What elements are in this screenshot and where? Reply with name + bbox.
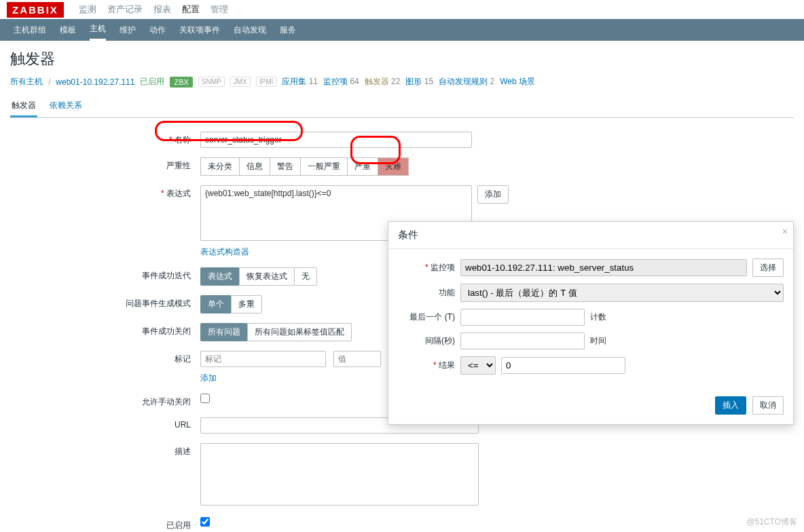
tag-value-input[interactable] [333, 351, 381, 367]
modal-insert-button[interactable]: 插入 [715, 396, 746, 415]
label-ok-closes: 事件成功关闭 [10, 323, 200, 337]
breadcrumb: 所有主机 / web01-10.192.27.111 已启用 ZBX SNMP … [10, 76, 794, 88]
top-navbar: ZABBIX 监测 资产记录 报表 配置 管理 [0, 0, 804, 19]
ok-closes-tagged[interactable]: 所有问题如果标签值匹配 [247, 323, 352, 341]
ok-gen-none[interactable]: 无 [294, 267, 317, 286]
modal-op-select[interactable]: <= [460, 356, 496, 375]
sev-disaster[interactable]: 灾难 [378, 157, 409, 176]
problem-mode-multiple[interactable]: 多重 [231, 295, 262, 314]
label-severity: 严重性 [10, 157, 200, 172]
watermark: @51CTO博客 [746, 516, 797, 528]
allow-manual-checkbox[interactable] [200, 394, 210, 403]
tab-bar: 触发器 依赖关系 [10, 96, 794, 118]
tag-name-input[interactable] [200, 351, 326, 367]
label-desc: 描述 [10, 443, 200, 457]
proto-snmp: SNMP [198, 77, 225, 87]
modal-title: 条件 [388, 222, 793, 249]
sev-average[interactable]: 一般严重 [300, 157, 348, 176]
ok-gen-recovery[interactable]: 恢复表达式 [239, 267, 295, 286]
subnav-services[interactable]: 服务 [280, 24, 296, 36]
proto-jmx: JMX [230, 77, 251, 87]
subnav-correlation[interactable]: 关联项事件 [179, 24, 220, 36]
mlabel-lastt: 最后一个 (T) [398, 311, 455, 323]
enabled-checkbox[interactable] [200, 517, 210, 527]
bc-applications[interactable]: 应用集 11 [282, 76, 318, 88]
expression-builder-link[interactable]: 表达式构造器 [200, 247, 249, 256]
bc-graphs[interactable]: 图形 15 [405, 76, 433, 88]
topnav-reports[interactable]: 报表 [153, 3, 171, 16]
zbx-badge: ZBX [170, 77, 192, 88]
mlabel-result: 结果 [398, 360, 455, 371]
subnav-hostgroups[interactable]: 主机群组 [14, 24, 46, 36]
tab-trigger[interactable]: 触发器 [10, 96, 37, 117]
sev-high[interactable]: 严重 [347, 157, 378, 176]
sev-warning[interactable]: 警告 [270, 157, 301, 176]
sev-not-classified[interactable]: 未分类 [200, 157, 240, 176]
label-name: 名称 [10, 132, 200, 146]
proto-ipmi: IPMI [256, 77, 277, 87]
topnav-admin[interactable]: 管理 [211, 3, 228, 16]
desc-textarea[interactable] [200, 443, 479, 506]
ok-gen-expression[interactable]: 表达式 [200, 267, 240, 286]
bc-status: 已启用 [140, 76, 164, 88]
bc-items[interactable]: 监控项 64 [323, 76, 359, 88]
mlabel-func: 功能 [398, 287, 455, 299]
mlabel-interval: 间隔(秒) [398, 335, 455, 347]
label-problem-mode: 问题事件生成模式 [10, 295, 200, 309]
bc-triggers[interactable]: 触发器 22 [365, 76, 401, 88]
label-tags: 标记 [10, 351, 200, 365]
modal-cancel-button[interactable]: 取消 [752, 396, 784, 415]
label-ok-event-gen: 事件成功迭代 [10, 267, 200, 282]
subnav-actions[interactable]: 动作 [149, 24, 166, 36]
tab-dependencies[interactable]: 依赖关系 [48, 96, 84, 117]
topnav-inventory[interactable]: 资产记录 [107, 3, 143, 16]
modal-func-select[interactable]: last() - 最后（最近）的 T 值 [460, 284, 784, 302]
mlabel-item: 监控项 [398, 262, 455, 273]
modal-result-input[interactable] [501, 357, 625, 374]
logo: ZABBIX [7, 2, 64, 18]
label-allow-manual: 允许手动关闭 [10, 394, 200, 408]
bc-all-hosts[interactable]: 所有主机 [10, 76, 43, 88]
modal-interval-unit: 时间 [590, 335, 784, 347]
topnav-monitoring[interactable]: 监测 [79, 3, 96, 16]
sub-navbar: 主机群组 模板 主机 维护 动作 关联项事件 自动发现 服务 [0, 19, 804, 41]
tag-add-link[interactable]: 添加 [200, 373, 217, 383]
page-title: 触发器 [10, 49, 794, 69]
subnav-hosts[interactable]: 主机 [90, 19, 106, 41]
modal-interval-input[interactable] [460, 332, 585, 349]
modal-lastt-unit: 计数 [590, 311, 784, 323]
name-input[interactable] [200, 132, 472, 148]
bc-host[interactable]: web01-10.192.27.111 [56, 77, 134, 87]
condition-modal: × 条件 监控项 选择 功能 last() - 最后（最近）的 T 值 最后一个… [388, 221, 794, 425]
label-url: URL [10, 417, 200, 430]
expression-add-button[interactable]: 添加 [477, 185, 509, 204]
topnav-config[interactable]: 配置 [182, 3, 200, 16]
bc-web[interactable]: Web 场景 [500, 76, 535, 88]
problem-mode-single[interactable]: 单个 [200, 295, 232, 314]
subnav-templates[interactable]: 模板 [60, 24, 76, 36]
modal-item-input[interactable] [460, 259, 747, 276]
modal-lastt-input[interactable] [460, 309, 585, 326]
ok-closes-all[interactable]: 所有问题 [200, 323, 248, 341]
label-enabled: 已启用 [10, 517, 200, 531]
bc-discovery-rules[interactable]: 自动发现规则 2 [439, 76, 494, 88]
subnav-discovery[interactable]: 自动发现 [234, 24, 266, 36]
modal-item-select-button[interactable]: 选择 [752, 259, 784, 277]
label-expression: 表达式 [10, 185, 200, 200]
sev-info[interactable]: 信息 [239, 157, 270, 176]
modal-close-icon[interactable]: × [782, 226, 788, 237]
subnav-maintenance[interactable]: 维护 [120, 24, 136, 36]
